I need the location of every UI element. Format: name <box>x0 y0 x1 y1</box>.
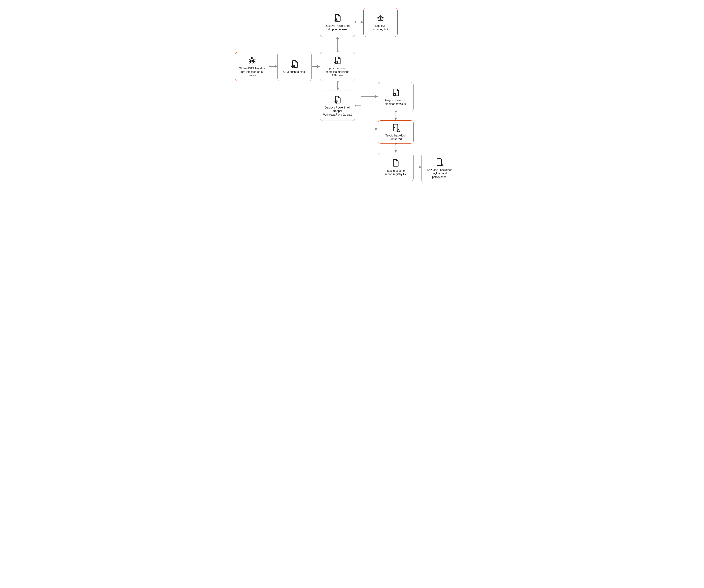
bug-icon <box>376 13 385 23</box>
node-amadey-bot: DeploysAmadey bot <box>363 8 398 37</box>
node-asm-push: ASM push to stack <box>278 52 312 81</box>
node-kavp-sideload: kavp.exe used tosideload rastls.dll <box>378 82 414 111</box>
node-bl1-dropper: Deploys PowerShelldropperPowershell.exe … <box>320 91 355 121</box>
file-gear-icon <box>333 95 342 105</box>
door-alert-icon <box>391 123 401 132</box>
file-gear-icon <box>333 56 342 65</box>
text-italic: procmap.exe <box>329 67 346 70</box>
text: ASM push to stack <box>283 70 306 73</box>
attack-chain-diagram: Storm-1919 Amadeybot infection on adevic… <box>231 0 473 202</box>
door-alert-icon <box>434 157 444 167</box>
node-procmap: procmap.execompiles maliciousASM files <box>320 52 355 81</box>
node-tavdig-backdoor: Tavdig backdoor(rastls.dll) <box>378 120 414 144</box>
text: Storm-1919 Amadey <box>239 67 265 70</box>
file-gear-icon <box>333 13 342 23</box>
file-gear-icon <box>391 88 401 97</box>
node-tavdig-registry: Tavdig used toimport registry file <box>378 153 414 181</box>
node-storm1919-infection: Storm-1919 Amadeybot infection on adevic… <box>235 52 269 81</box>
file-icon <box>391 158 401 168</box>
node-kazuarv2: KazuarV2 backdoorpayload andpersistence <box>421 153 457 183</box>
file-alert-icon <box>290 59 299 69</box>
bug-icon <box>247 56 257 65</box>
node-avexe-dropper: Deploys PowerShelldropper av.exe <box>320 8 355 37</box>
